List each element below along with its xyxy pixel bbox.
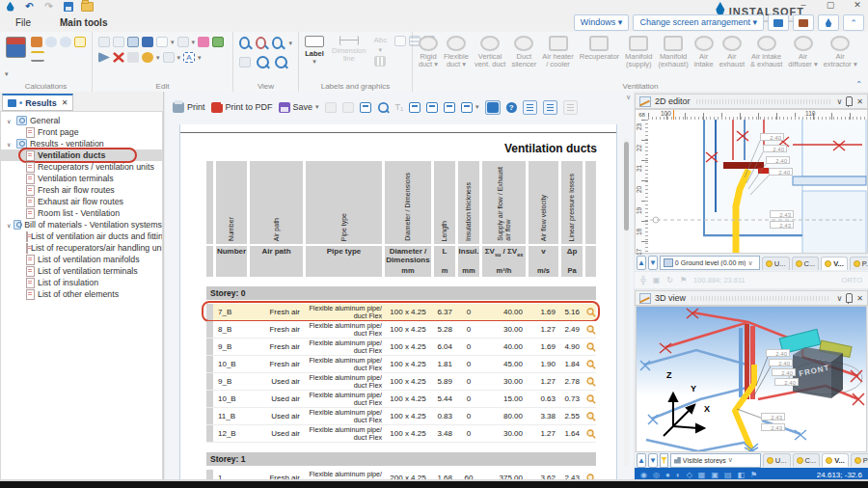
level-up-button[interactable]: ▲ xyxy=(637,256,646,270)
tool-air-intake-exhaust[interactable]: Air intake & exhaust xyxy=(748,36,784,68)
tool-duct-silencer[interactable]: Duct silencer xyxy=(509,36,538,68)
calculator-icon[interactable] xyxy=(6,37,26,58)
table-row[interactable]: 11_BUsed airFlexible aluminum pipe/ duct… xyxy=(206,408,596,425)
close-button[interactable]: ✕ xyxy=(851,0,864,10)
column-header-insul[interactable]: Insulation thickness xyxy=(458,161,479,244)
report-zoom-icon[interactable] xyxy=(378,101,389,112)
tree-item-list-of-ventilation-air-ducts-and-fittings[interactable]: List of ventilation air ducts and fittin… xyxy=(1,230,162,242)
view-caret[interactable]: ▾ xyxy=(288,40,292,47)
text-size-icon[interactable]: T₁ xyxy=(395,102,404,112)
tab-file[interactable]: File xyxy=(6,14,41,32)
font-color-icon[interactable]: A xyxy=(183,52,195,63)
fit-height-icon[interactable] xyxy=(426,102,438,113)
camera-icon[interactable]: ◧ xyxy=(738,471,746,479)
tree-item-ventilation-ducts[interactable]: Ventilation ducts xyxy=(1,149,162,161)
header-diameter-dimensions[interactable]: Diameter / Dimensionsmm xyxy=(385,246,431,277)
change-arrangement-button[interactable]: Change screen arrangement ▾ xyxy=(633,14,764,31)
fit-page-icon[interactable] xyxy=(409,102,420,113)
tab-2d-v[interactable]: V... xyxy=(821,257,848,270)
equals-icon[interactable] xyxy=(31,51,44,62)
tool-manifold-supply[interactable]: Manifold (supply) xyxy=(623,36,654,68)
tool-air-diffuser[interactable]: Air diffuser ▾ xyxy=(786,36,819,68)
grid-view-icon[interactable]: ▾ xyxy=(461,102,479,113)
page-icon[interactable] xyxy=(325,102,337,113)
tree-item-front-page[interactable]: Front page xyxy=(1,126,162,138)
help-icon[interactable]: ? xyxy=(506,102,517,113)
panel-2d-menu-icon[interactable]: ∨ xyxy=(836,97,842,106)
screen-layout-icon[interactable] xyxy=(768,14,789,31)
align-icon[interactable] xyxy=(163,52,175,63)
rotate-icon[interactable] xyxy=(177,37,189,47)
delete-icon[interactable] xyxy=(113,52,124,63)
snap-icon[interactable]: ╬ xyxy=(640,276,646,285)
header-insul[interactable]: Insul.mm xyxy=(458,246,479,277)
abc-tool[interactable]: Abc xyxy=(373,36,387,44)
panel-3d-menu-icon[interactable]: ∨ xyxy=(836,294,842,303)
region-icon[interactable]: ▣ xyxy=(653,276,661,285)
label-tool[interactable]: Label xyxy=(305,49,324,58)
page-new-icon[interactable] xyxy=(394,36,406,46)
calculations-dropdown-caret[interactable]: ▾ xyxy=(5,70,9,78)
windows-menu-button[interactable]: Windows ▾ xyxy=(574,14,630,31)
column-header-l[interactable]: Length xyxy=(434,161,455,244)
tab-2d-c[interactable]: C... xyxy=(792,257,820,270)
tree-item-list-of-other-elements[interactable]: List of other elements xyxy=(1,288,162,300)
level-down-button[interactable]: ▼ xyxy=(648,256,658,270)
redo-arrow-icon[interactable] xyxy=(127,52,139,63)
tab-main-tools[interactable]: Main tools xyxy=(50,14,117,34)
tool-manifold-exhaust[interactable]: Manifold (exhaust) xyxy=(656,36,690,68)
tab-3d-u[interactable]: U... xyxy=(763,453,791,467)
help-drop-icon[interactable] xyxy=(818,14,839,31)
flag-icon[interactable] xyxy=(198,37,209,47)
wireframe-icon[interactable]: ◇ xyxy=(687,471,692,479)
print-to-pdf-button[interactable]: Print to PDF xyxy=(211,102,273,113)
materials-db-icon[interactable] xyxy=(793,14,814,31)
droplet-icon[interactable] xyxy=(45,37,57,47)
tool-vertical-vent-duct[interactable]: Vertical vent. duct xyxy=(473,36,508,68)
chevron-down-icon[interactable]: ∨ xyxy=(7,118,14,124)
chevron-down-icon[interactable]: ∨ xyxy=(7,141,14,148)
report-scrollbar[interactable] xyxy=(624,138,629,466)
zoom-prev-icon[interactable] xyxy=(275,56,287,68)
row-zoom-icon[interactable] xyxy=(585,391,596,407)
copy-style-icon[interactable] xyxy=(113,37,124,47)
maximize-button[interactable]: ▢ xyxy=(824,0,837,10)
paste-icon[interactable] xyxy=(127,37,139,47)
grid-icon[interactable] xyxy=(374,56,386,67)
tool-rigid-duct[interactable]: Rigid duct ▾ xyxy=(417,36,440,68)
table-row[interactable]: 9_BFresh airFlexible aluminum pipe/ duct… xyxy=(206,339,596,356)
brush-icon[interactable] xyxy=(31,37,42,47)
header-pipe-type[interactable]: Pipe type xyxy=(306,246,382,277)
results-tab[interactable]: • Results ✕ xyxy=(2,94,73,111)
row-zoom-icon[interactable] xyxy=(585,304,596,320)
checklist-icon[interactable] xyxy=(212,37,224,47)
palette-icon[interactable] xyxy=(142,52,153,63)
header-air-path[interactable]: Air path xyxy=(250,246,303,277)
zoom-all-icon[interactable] xyxy=(257,56,269,68)
scissors-icon[interactable] xyxy=(98,52,110,63)
header-v-su-v-ex[interactable]: ΣVsu / ΣVexm³/h xyxy=(482,246,526,277)
row-zoom-icon[interactable] xyxy=(585,408,596,424)
tree-item-fresh-air-flow-routes[interactable]: Fresh air flow routes xyxy=(1,184,162,196)
table-row[interactable]: 10_BFresh airFlexible aluminum pipe/ duc… xyxy=(206,356,596,373)
header-l[interactable]: Lm xyxy=(434,246,455,277)
tab-3d-pr[interactable]: Pr... xyxy=(851,453,868,467)
chevron-down-icon[interactable]: ∨ xyxy=(7,222,11,229)
grid-3d-icon[interactable]: ▦ xyxy=(698,471,706,479)
column-header-p[interactable]: Linear pressure losses xyxy=(561,161,583,244)
header-number[interactable]: Number xyxy=(216,246,247,277)
tree-item-list-of-ventilation-terminals[interactable]: List of ventilation terminals xyxy=(1,265,162,277)
edit-caret-5[interactable]: ▾ xyxy=(198,54,202,62)
row-zoom-icon[interactable] xyxy=(585,321,596,338)
table-row[interactable]: 10_BUsed airFlexible aluminum pipe/ duct… xyxy=(206,391,596,408)
table-row[interactable]: 7_BFresh airFlexible aluminum pipe/ duct… xyxy=(206,304,596,321)
storey-filter-icon[interactable] xyxy=(660,453,668,468)
tool-recuperator[interactable]: Recuperator xyxy=(578,36,621,61)
floor-plan-canvas[interactable]: 2.402.402.402.402.432.43 xyxy=(648,120,867,253)
tree-item-list-of-ventilation-manifolds[interactable]: List of ventilation manifolds xyxy=(1,254,162,265)
tab-2d-u[interactable]: U... xyxy=(762,257,790,270)
multi-page-icon[interactable] xyxy=(444,102,455,113)
print-button[interactable]: Print xyxy=(173,102,205,113)
ribbon-collapse-icon[interactable]: ⌃ xyxy=(855,80,862,89)
zoom-select-icon[interactable] xyxy=(272,37,283,49)
